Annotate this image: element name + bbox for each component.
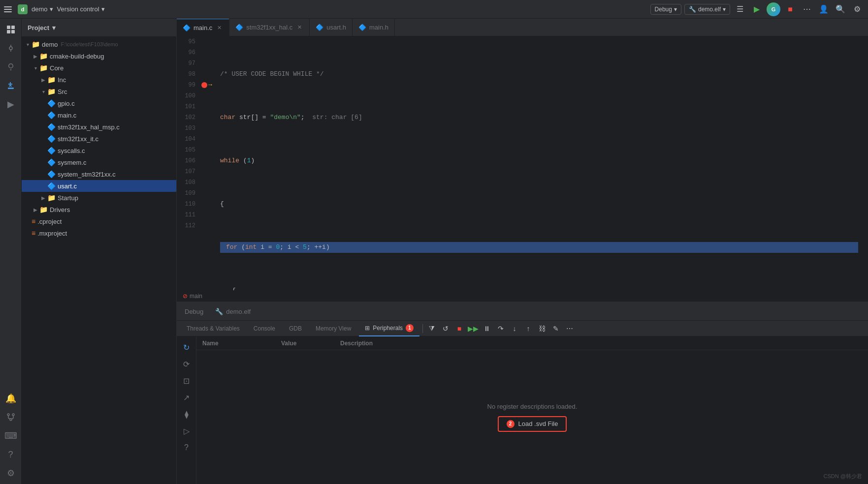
version-control-dropdown[interactable]: Version control ▾: [57, 5, 105, 13]
tree-item-stm-hal-msp[interactable]: 🔷 stm32f1xx_hal_msp.c: [22, 121, 176, 133]
tree-label-src: Src: [58, 88, 67, 95]
toolbar-step-over-icon[interactable]: ↷: [495, 323, 507, 334]
hamburger-menu-icon[interactable]: [4, 4, 14, 14]
tree-item-usart[interactable]: 🔷 usart.c: [22, 180, 176, 192]
tree-item-inc[interactable]: ▶ 📁 Inc: [22, 74, 176, 86]
tab-main-h-icon: 🔷: [358, 24, 366, 31]
search-icon[interactable]: 🔍: [834, 2, 847, 16]
run-icon[interactable]: ▶: [750, 2, 764, 16]
sub-tab-peripherals[interactable]: ⊞ Peripherals 1: [359, 321, 419, 336]
activity-plugins-icon[interactable]: [2, 77, 20, 94]
tab-mainc-close[interactable]: ✕: [215, 24, 223, 31]
sub-tab-console[interactable]: Console: [248, 321, 281, 336]
activity-project-icon[interactable]: [2, 21, 20, 38]
avatar[interactable]: G: [767, 2, 780, 16]
bottom-tab-elf-label: demo.elf: [226, 308, 251, 315]
code-editor[interactable]: 95 96 97 98 99 100 101 102 103 104 105 1…: [177, 36, 868, 290]
tree-item-system-stm[interactable]: 🔷 system_stm32f1xx.c: [22, 168, 176, 180]
bottom-tab-debug[interactable]: Debug: [179, 303, 209, 321]
left-filter-icon[interactable]: ⧫: [180, 407, 193, 421]
elf-dropdown[interactable]: 🔧 demo.elf ▾: [684, 4, 730, 15]
bottom-left-bar: ↻ ⟳ ⊡ ↗ ⧫ ▷ ?: [177, 336, 196, 484]
tree-item-sysmem[interactable]: 🔷 sysmem.c: [22, 156, 176, 168]
tab-main-h[interactable]: 🔷 main.h: [353, 19, 395, 36]
elf-icon: 🔧: [689, 6, 696, 13]
sub-tab-threads-label: Threads & Variables: [187, 325, 240, 332]
file-mainc-icon: 🔷: [47, 111, 56, 119]
bottom-panel: Debug 🔧 demo.elf Threads & Variables Con…: [177, 302, 868, 484]
tab-stm32-close[interactable]: ✕: [295, 23, 303, 31]
tree-item-demo[interactable]: ▾ 📁 demo F:\code\test\F103\demo: [22, 38, 176, 50]
left-export-icon[interactable]: ↗: [180, 391, 193, 404]
tab-stm32-icon: 🔷: [235, 24, 243, 31]
activity-commit-icon[interactable]: [2, 39, 20, 57]
tree-item-core[interactable]: ▾ 📁 Core: [22, 62, 176, 74]
tree-item-cproject[interactable]: ≡ .cproject: [22, 215, 176, 227]
debug-sub-tabs: Threads & Variables Console GDB Memory V…: [177, 321, 868, 336]
tree-item-stm-it[interactable]: 🔷 stm32f1xx_it.c: [22, 133, 176, 145]
breakpoint-gutter: →: [201, 36, 216, 290]
tab-stm32-hal[interactable]: 🔷 stm32f1xx_hal.c ✕: [229, 19, 310, 36]
bottom-content: ↻ ⟳ ⊡ ↗ ⧫ ▷ ? Name Value Description: [177, 336, 868, 484]
left-sync-icon[interactable]: ⟳: [180, 357, 193, 371]
toolbar-pause-icon[interactable]: ⏸: [481, 323, 493, 334]
editor-tabs-bar: 🔷 main.c ✕ 🔷 stm32f1xx_hal.c ✕ 🔷 usart.h…: [177, 19, 868, 36]
left-refresh-icon[interactable]: ↻: [180, 340, 193, 354]
settings-icon[interactable]: ⚙: [850, 2, 864, 16]
activity-debug-icon[interactable]: [2, 58, 20, 76]
tree-label-core: Core: [50, 64, 64, 72]
tree-item-startup[interactable]: ▶ 📁 Startup: [22, 192, 176, 204]
toolbar-link-icon[interactable]: ⛓: [536, 323, 548, 334]
stop-icon[interactable]: ■: [783, 2, 797, 16]
left-help-icon[interactable]: ?: [180, 441, 193, 454]
debug-config-dropdown[interactable]: Debug ▾: [650, 4, 681, 15]
tree-item-gpio[interactable]: 🔷 gpio.c: [22, 97, 176, 109]
debug-label: Debug: [655, 6, 672, 13]
toolbar-step-down-icon[interactable]: ↓: [509, 323, 520, 334]
activity-notifications-icon[interactable]: 🔔: [2, 390, 20, 407]
tree-item-cmake[interactable]: ▶ 📁 cmake-build-debug: [22, 50, 176, 62]
tree-label-usart: usart.c: [58, 182, 77, 190]
tree-arrow-demo: ▾: [24, 40, 32, 48]
activity-help-icon[interactable]: ?: [2, 446, 20, 463]
project-dropdown[interactable]: demo ▾: [32, 5, 53, 13]
file-stm-hal-msp-icon: 🔷: [47, 123, 56, 131]
load-svd-button[interactable]: 2 Load .svd File: [498, 416, 567, 432]
version-control-chevron-icon: ▾: [101, 5, 105, 13]
toolbar-step-up-icon[interactable]: ↑: [522, 323, 534, 334]
sub-tab-threads[interactable]: Threads & Variables: [181, 321, 246, 336]
activity-settings-icon[interactable]: ⚙: [2, 464, 20, 482]
toolbar-stop-icon[interactable]: ■: [453, 323, 465, 334]
activity-run-icon[interactable]: ▶: [2, 95, 20, 113]
layout-icon[interactable]: ☰: [733, 2, 747, 16]
activity-git-icon[interactable]: [2, 408, 20, 426]
project-name-label: demo: [32, 5, 48, 13]
title-bar-left: d demo ▾ Version control ▾: [4, 4, 646, 14]
toolbar-more-icon[interactable]: ⋯: [564, 323, 576, 334]
version-control-label: Version control: [57, 5, 99, 13]
sub-tab-memory[interactable]: Memory View: [310, 321, 357, 336]
more-options-icon[interactable]: ⋯: [800, 2, 814, 16]
sub-tab-gdb[interactable]: GDB: [283, 321, 308, 336]
elf-chevron-icon: ▾: [723, 6, 726, 13]
tab-usart-h-label: usart.h: [326, 24, 346, 31]
tab-usart-h-icon: 🔷: [316, 24, 323, 31]
toolbar-filter-icon[interactable]: ⧩: [426, 323, 438, 334]
folder-core-icon: 📁: [39, 64, 48, 72]
breadcrumb-text: main: [190, 293, 202, 300]
bottom-tab-elf[interactable]: 🔧 demo.elf: [209, 303, 257, 321]
tree-item-mxproject[interactable]: ≡ .mxproject: [22, 227, 176, 239]
profile-icon[interactable]: 👤: [817, 2, 831, 16]
tab-usart-h[interactable]: 🔷 usart.h: [310, 19, 353, 36]
toolbar-resume-icon[interactable]: ▶▶: [467, 323, 479, 334]
tab-main-c[interactable]: 🔷 main.c ✕: [177, 19, 229, 36]
left-run-icon[interactable]: ▷: [180, 424, 193, 438]
tree-item-drivers[interactable]: ▶ 📁 Drivers: [22, 204, 176, 215]
toolbar-reset-icon[interactable]: ↺: [440, 323, 451, 334]
tree-item-src[interactable]: ▾ 📁 Src: [22, 86, 176, 97]
tree-item-syscalls[interactable]: 🔷 syscalls.c: [22, 145, 176, 156]
tree-item-main-c[interactable]: 🔷 main.c: [22, 109, 176, 121]
activity-terminal-icon[interactable]: ⌨: [2, 427, 20, 445]
toolbar-edit-icon[interactable]: ✎: [550, 323, 562, 334]
left-register-icon[interactable]: ⊡: [180, 374, 193, 388]
